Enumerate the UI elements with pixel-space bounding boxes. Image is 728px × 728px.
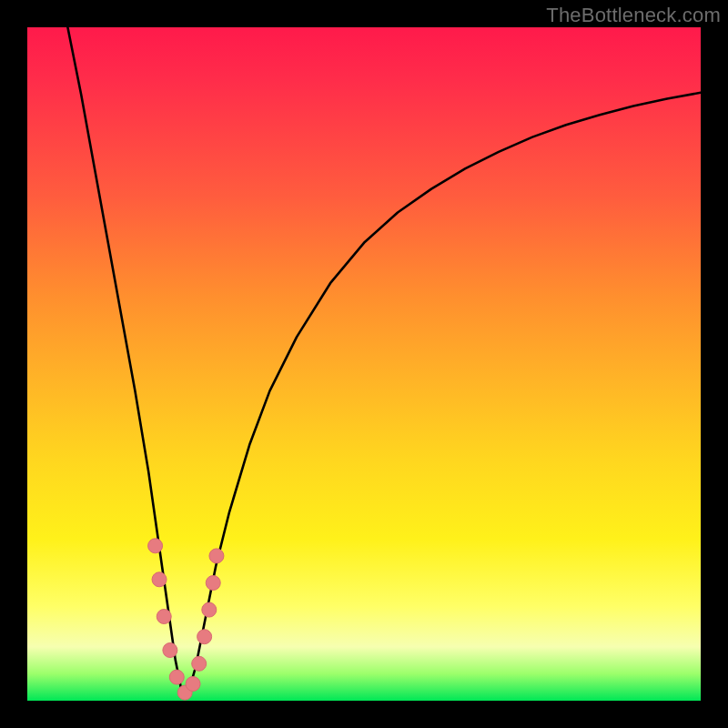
marker-point (169, 670, 184, 684)
marker-point (186, 677, 200, 692)
marker-point (163, 643, 177, 658)
marker-point (157, 610, 171, 624)
chart-frame: TheBottleneck.com (0, 0, 728, 728)
plot-area (27, 27, 701, 701)
marker-point (206, 576, 220, 591)
marker-point (209, 549, 224, 563)
highlighted-points (148, 539, 224, 700)
marker-point (197, 630, 212, 644)
marker-point (148, 539, 163, 553)
chart-svg (27, 27, 701, 701)
watermark-text: TheBottleneck.com (546, 4, 721, 27)
marker-point (202, 602, 217, 617)
marker-point (152, 572, 167, 587)
bottleneck-curve (67, 27, 701, 694)
marker-point (192, 656, 207, 671)
